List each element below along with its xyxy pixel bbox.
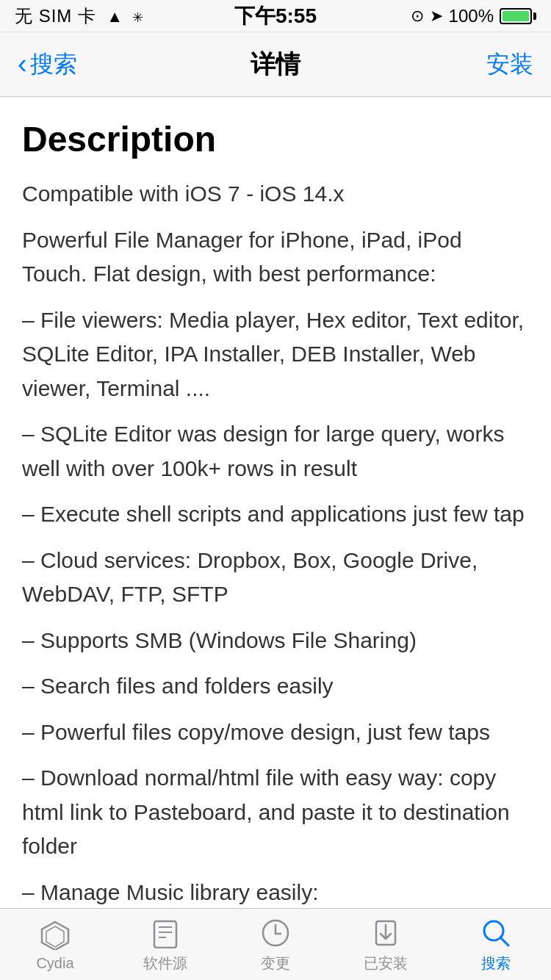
- battery-percent: 100%: [449, 6, 494, 26]
- tab-sources[interactable]: 软件源: [110, 915, 220, 973]
- status-right: ⊙ ➤ 100%: [411, 6, 536, 26]
- tab-installed-label: 已安装: [364, 954, 408, 973]
- back-chevron-icon: ‹: [18, 48, 27, 80]
- location-icon: ➤: [430, 7, 443, 26]
- cydia-icon: [37, 917, 73, 952]
- status-left: 无 SIM 卡 ▲ ✳: [15, 4, 144, 28]
- svg-rect-2: [154, 921, 176, 948]
- search-icon: [478, 915, 514, 951]
- intro-text: Powerful File Manager for iPhone, iPad, …: [22, 223, 529, 292]
- tab-search[interactable]: 搜索: [441, 915, 551, 973]
- compatibility-text: Compatible with iOS 7 - iOS 14.x: [22, 177, 529, 212]
- installed-icon: [368, 915, 403, 951]
- tab-bar: Cydia 软件源 变更 已安装: [0, 908, 551, 980]
- tab-installed[interactable]: 已安装: [331, 915, 441, 973]
- feature-5: – Search files and folders easily: [22, 669, 529, 704]
- feature-4: – Supports SMB (Windows File Sharing): [22, 624, 529, 658]
- tab-search-label: 搜索: [481, 954, 511, 973]
- nav-bar: ‹ 搜索 详情 安装: [0, 32, 551, 97]
- lock-icon: ⊙: [411, 7, 424, 26]
- battery-icon: [500, 8, 536, 24]
- feature-6: – Powerful files copy/move design, just …: [22, 716, 529, 750]
- tab-changes-label: 变更: [261, 954, 290, 973]
- nav-title: 详情: [251, 48, 300, 82]
- description-body: Compatible with iOS 7 - iOS 14.x Powerfu…: [22, 177, 529, 980]
- changes-icon: [258, 915, 293, 951]
- back-button[interactable]: ‹ 搜索: [18, 48, 77, 81]
- tab-cydia[interactable]: Cydia: [0, 917, 110, 972]
- content-area: Description Compatible with iOS 7 - iOS …: [0, 97, 551, 980]
- feature-3: – Cloud services: Dropbox, Box, Google D…: [22, 544, 529, 612]
- status-time: 下午5:55: [234, 2, 317, 30]
- wifi-icon: ▲: [107, 7, 123, 26]
- status-bar: 无 SIM 卡 ▲ ✳ 下午5:55 ⊙ ➤ 100%: [0, 0, 551, 32]
- feature-7: – Download normal/html file with easy wa…: [22, 761, 529, 864]
- feature-0: – File viewers: Media player, Hex editor…: [22, 303, 529, 406]
- tab-sources-label: 软件源: [143, 954, 187, 973]
- feature-1: – SQLite Editor was design for large que…: [22, 417, 529, 486]
- description-title: Description: [22, 119, 529, 159]
- tab-cydia-label: Cydia: [36, 955, 73, 972]
- signal-icon: ✳: [132, 10, 144, 25]
- install-button[interactable]: 安装: [486, 48, 533, 81]
- sources-icon: [148, 915, 183, 951]
- tab-changes[interactable]: 变更: [220, 915, 331, 973]
- svg-marker-1: [46, 926, 64, 947]
- sim-text: 无 SIM 卡: [15, 6, 96, 26]
- back-label: 搜索: [30, 48, 77, 81]
- feature-2: – Execute shell scripts and applications…: [22, 497, 529, 532]
- svg-line-10: [500, 937, 508, 945]
